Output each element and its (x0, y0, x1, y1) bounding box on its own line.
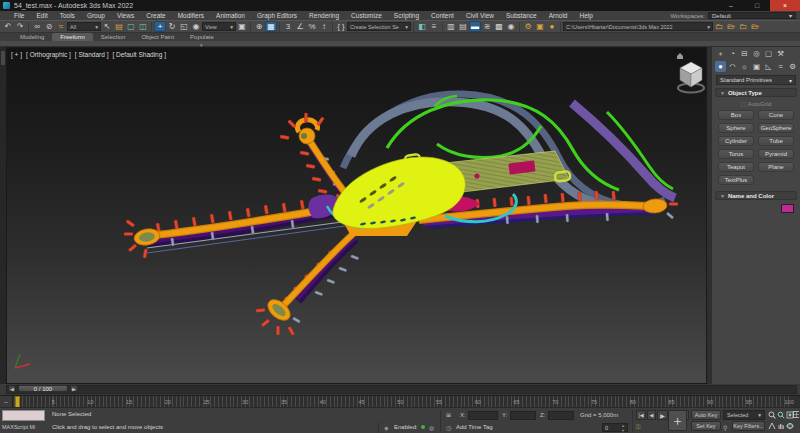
motion-tab-icon[interactable]: ◎ (751, 48, 762, 59)
hierarchy-tab-icon[interactable]: ⊟ (739, 48, 750, 59)
align-icon[interactable]: ≡ (428, 21, 440, 32)
transform-type-in-icon[interactable]: ⊞ (446, 411, 451, 418)
menu-edit[interactable]: Edit (30, 12, 53, 19)
select-and-move-icon[interactable]: + (154, 21, 166, 32)
mirror-icon[interactable]: ◧ (416, 21, 428, 32)
menu-modifiers[interactable]: Modifiers (172, 12, 210, 19)
ribbon-tab-modeling[interactable]: Modeling (12, 33, 52, 41)
menu-scripting[interactable]: Scripting (388, 12, 425, 19)
menu-arnold[interactable]: Arnold (543, 12, 574, 19)
menu-help[interactable]: Help (573, 12, 598, 19)
save-file-icon[interactable]: 🗀 (737, 21, 749, 32)
plane-button[interactable]: Plane (758, 162, 794, 172)
undo-icon[interactable]: ↶ (2, 21, 14, 32)
ribbon-toggle-icon[interactable]: ▬ (469, 21, 481, 32)
autogrid-checkbox[interactable]: ▢ AutoGrid (712, 100, 800, 107)
utilities-tab-icon[interactable]: ⚒ (775, 48, 786, 59)
viewcube[interactable] (677, 53, 704, 93)
key-filters-target-dropdown[interactable]: Selected▾ (723, 410, 765, 420)
named-selection-set-field[interactable]: Create Selection Se▾ (347, 22, 411, 31)
set-keys-button[interactable]: ＋ (668, 410, 687, 431)
next-frame-arrow[interactable]: ▶ (70, 385, 78, 392)
use-pivot-center-icon[interactable]: ▣ (236, 21, 248, 32)
project-folder-icon[interactable]: 🗀 (713, 21, 725, 32)
systems-category-icon[interactable]: ⚙ (787, 61, 798, 72)
maxscript-mini-listener[interactable] (2, 410, 45, 421)
angle-snap-icon[interactable]: ∠ (294, 21, 306, 32)
open-file-icon[interactable]: 🗁 (725, 21, 737, 32)
previous-frame-arrow[interactable]: ◀ (8, 385, 16, 392)
redo-icon[interactable]: ↷ (14, 21, 26, 32)
render-setup-icon[interactable]: ⚙ (522, 21, 534, 32)
track-bar[interactable]: ~ 0510 152025 303540 455055 606570 75808… (0, 395, 800, 407)
cylinder-button[interactable]: Cylinder (718, 136, 754, 146)
select-and-link-icon[interactable]: ∞ (31, 21, 43, 32)
reference-coordinate-dropdown[interactable]: View▾ (202, 22, 236, 31)
snaps-toggle-icon[interactable]: 3 (282, 21, 294, 32)
viewport-menu-shading[interactable]: [ Default Shading ] (112, 51, 165, 58)
helpers-category-icon[interactable]: ◺ (763, 61, 774, 72)
name-color-rollout[interactable]: ▼Name and Color (715, 191, 797, 200)
viewport-menu-general[interactable]: [ + ] (11, 51, 22, 58)
render-production-icon[interactable]: ● (546, 21, 558, 32)
schematic-view-icon[interactable]: ▩ (493, 21, 505, 32)
menu-tools[interactable]: Tools (54, 12, 81, 19)
lights-category-icon[interactable]: ☼ (739, 61, 750, 72)
ribbon-tab-populate[interactable]: Populate (182, 33, 222, 41)
scene-explorer-toggle-icon[interactable]: ▥ (445, 21, 457, 32)
pyramid-button[interactable]: Pyramid (758, 149, 794, 159)
unlink-selection-icon[interactable]: ⊘ (43, 21, 55, 32)
select-and-place-icon[interactable]: ◉ (190, 21, 202, 32)
play-button[interactable]: ▶ (657, 410, 668, 420)
tube-button[interactable]: Tube (758, 136, 794, 146)
filters-icon[interactable]: ⚲ (723, 424, 727, 431)
time-slider-handle[interactable]: 0 / 100 (18, 385, 68, 392)
previous-key-button[interactable]: ◀ (647, 410, 656, 420)
curve-editor-icon[interactable]: ≋ (481, 21, 493, 32)
menu-substance[interactable]: Substance (500, 12, 543, 19)
spinner-snap-icon[interactable]: ↕ (318, 21, 330, 32)
menu-rendering[interactable]: Rendering (303, 12, 345, 19)
geosphere-button[interactable]: GeoSphere (758, 123, 794, 133)
auto-key-button[interactable]: Auto Key (691, 410, 721, 420)
set-key-button[interactable]: Set Key (691, 421, 721, 431)
coord-z-field[interactable] (548, 411, 574, 420)
display-tab-icon[interactable]: ▢ (763, 48, 774, 59)
object-color-swatch[interactable] (781, 204, 794, 213)
viewport[interactable]: [ + ] [ Orthographic ] [ Standard ] [ De… (6, 47, 707, 384)
maximize-button[interactable]: □ (744, 0, 770, 11)
sphere-button[interactable]: Sphere (718, 123, 754, 133)
key-filters-button[interactable]: Key Filters... (732, 421, 765, 431)
geometry-category-dropdown[interactable]: Standard Primitives▾ (716, 75, 796, 85)
torus-button[interactable]: Torus (718, 149, 754, 159)
menu-customize[interactable]: Customize (345, 12, 388, 19)
select-and-rotate-icon[interactable]: ↻ (166, 21, 178, 32)
geometry-category-icon[interactable]: ● (715, 61, 726, 72)
shapes-category-icon[interactable]: ◠ (727, 61, 738, 72)
animation-toggle-icon[interactable]: ◈ (384, 424, 389, 431)
close-button[interactable]: × (770, 0, 800, 11)
zoom-all-icon[interactable] (777, 410, 785, 419)
coord-y-field[interactable] (510, 411, 536, 420)
window-crossing-icon[interactable]: ◫ (137, 21, 149, 32)
key-mode-toggle-icon[interactable]: ⚿ (636, 424, 641, 431)
pan-view-icon[interactable] (777, 421, 785, 430)
minimize-button[interactable]: – (718, 0, 744, 11)
orbit-icon[interactable] (786, 421, 794, 430)
ribbon-tab-selection[interactable]: Selection (93, 33, 134, 41)
cameras-category-icon[interactable]: ▣ (751, 61, 762, 72)
menu-create[interactable]: Create (140, 12, 172, 19)
mute-toggle-icon[interactable]: ◍ (429, 424, 434, 431)
viewport-menu-standard[interactable]: [ Standard ] (75, 51, 109, 58)
teapot-button[interactable]: Teapot (718, 162, 754, 172)
coord-x-field[interactable] (468, 411, 498, 420)
named-selection-sets-icon[interactable]: { } (335, 21, 347, 32)
viewcube-home-icon[interactable] (677, 53, 683, 59)
spacewarps-category-icon[interactable]: ≈ (775, 61, 786, 72)
textplus-button[interactable]: TextPlus (718, 175, 754, 185)
maximize-viewport-toggle-icon[interactable] (793, 410, 799, 419)
material-editor-icon[interactable]: ◉ (505, 21, 517, 32)
viewport-menu-pov[interactable]: [ Orthographic ] (26, 51, 71, 58)
keyboard-shortcut-override-icon[interactable]: ▦ (265, 21, 277, 32)
ribbon-tab-object-paint[interactable]: Object Paint (133, 33, 182, 41)
